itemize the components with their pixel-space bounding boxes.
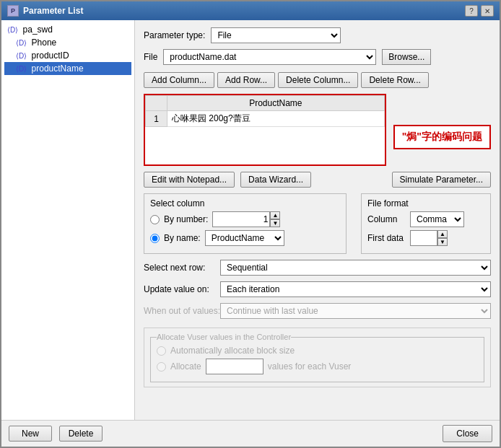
data-wizard-button[interactable]: Data Wizard... (240, 172, 311, 188)
param-type-row: Parameter type: File Random Sequential U… (144, 27, 491, 43)
by-name-row: By name: ProductName (150, 230, 340, 246)
select-next-row: Select next row: Sequential Random Uniqu… (144, 260, 491, 276)
select-column-label: Select column (150, 198, 340, 208)
sidebar-item-label: productID (32, 50, 69, 61)
by-name-radio[interactable] (150, 234, 160, 243)
file-format-section: File format Column Comma Tab Space First… (361, 193, 491, 254)
manual-allocate-radio (157, 362, 166, 372)
sidebar-item-pa_swd[interactable]: ⟨D⟩ pa_swd (4, 23, 131, 36)
update-value-row: Update value on: Each iteration Each occ… (144, 281, 491, 297)
new-button[interactable]: New (9, 426, 52, 442)
param-icon: ⟨D⟩ (16, 39, 27, 47)
spin-up[interactable]: ▲ (270, 211, 280, 219)
close-button[interactable]: Close (443, 425, 492, 442)
column-label: Column (367, 214, 407, 224)
file-format-label: File format (367, 198, 484, 208)
table-wrapper: ProductName 1 心咻果园 200g?蕾豆 "焗"字的编码问题 (144, 94, 491, 166)
titlebar-left: P Parameter List (7, 5, 83, 17)
add-row-button[interactable]: Add Row... (217, 72, 275, 88)
first-data-label: First data (367, 233, 407, 243)
when-out-row: When out of values: Continue with last v… (144, 303, 491, 319)
sidebar-item-label: Phone (32, 38, 57, 48)
param-icon: ⟨D⟩ (16, 52, 27, 60)
data-table-area: ProductName 1 心咻果园 200g?蕾豆 (144, 94, 386, 166)
col-header-num (146, 96, 167, 111)
toolbar-row: Add Column... Add Row... Delete Column..… (144, 72, 491, 88)
manual-allocate-label: Allocate (170, 361, 201, 372)
window-icon: P (7, 5, 19, 17)
file-label: File (144, 52, 157, 62)
spin-down-fd[interactable]: ▼ (437, 238, 448, 246)
content-area: ⟨D⟩ pa_swd ⟨D⟩ Phone ⟨D⟩ productID ⟨D⟩ p… (1, 20, 500, 420)
manual-allocate-suffix: values for each Vuser (268, 361, 352, 372)
sidebar-item-label: productName (32, 63, 84, 74)
by-number-spin: 1 ▲ ▼ (212, 211, 280, 227)
row-cell-productname[interactable]: 心咻果园 200g?蕾豆 (167, 111, 385, 127)
footer: New Delete Close (1, 420, 500, 447)
encoding-annotation: "焗"字的编码问题 (393, 125, 491, 149)
table-row: 1 心咻果园 200g?蕾豆 (146, 111, 385, 127)
when-out-label: When out of values: (144, 306, 216, 316)
first-data-row: First data 1 ▲ ▼ (367, 230, 484, 246)
simulate-button[interactable]: Simulate Parameter... (392, 172, 491, 188)
footer-buttons: New Delete (9, 426, 103, 442)
param-icon: ⟨D⟩ (16, 65, 27, 73)
select-next-row-select[interactable]: Sequential Random Unique (220, 260, 491, 276)
sidebar: ⟨D⟩ pa_swd ⟨D⟩ Phone ⟨D⟩ productID ⟨D⟩ p… (1, 20, 135, 420)
spin-up-fd[interactable]: ▲ (437, 230, 448, 238)
by-number-row: By number: 1 ▲ ▼ (150, 211, 340, 227)
sidebar-item-productname[interactable]: ⟨D⟩ productName (4, 62, 131, 75)
sidebar-item-phone[interactable]: ⟨D⟩ Phone (4, 36, 131, 49)
add-column-button[interactable]: Add Column... (144, 72, 214, 88)
auto-allocate-row: Automatically allocate block size (157, 346, 478, 356)
when-out-select[interactable]: Continue with last value (220, 303, 491, 319)
footer-right: Close (443, 425, 492, 442)
by-number-input[interactable]: 1 (212, 211, 270, 227)
column-format-select[interactable]: Comma Tab Space (410, 211, 464, 227)
by-number-radio[interactable] (150, 215, 160, 224)
param-type-label: Parameter type: (144, 30, 205, 40)
help-button[interactable]: ? (465, 5, 478, 17)
file-row: File productName.dat Browse... (144, 49, 491, 65)
browse-button[interactable]: Browse... (382, 49, 431, 65)
update-value-label: Update value on: (144, 284, 216, 294)
param-icon: ⟨D⟩ (7, 26, 18, 34)
column-format-row: Column Comma Tab Space (367, 211, 484, 227)
by-name-select[interactable]: ProductName (205, 230, 284, 246)
spin-down[interactable]: ▼ (270, 219, 280, 227)
allocate-section: Allocate Vuser values in the Controller … (144, 328, 491, 387)
spin-buttons: ▲ ▼ (270, 211, 280, 227)
file-select[interactable]: productName.dat (163, 49, 376, 65)
update-value-select[interactable]: Each iteration Each occurrence Once (220, 281, 491, 297)
delete-button[interactable]: Delete (59, 426, 103, 442)
by-number-label: By number: (164, 214, 208, 224)
sidebar-item-label: pa_swd (23, 25, 53, 35)
select-next-row-label: Select next row: (144, 263, 216, 273)
delete-column-button[interactable]: Delete Column... (278, 72, 358, 88)
by-name-label: By name: (164, 233, 201, 243)
main-panel: Parameter type: File Random Sequential U… (135, 20, 500, 420)
param-type-select[interactable]: File Random Sequential Unique (211, 27, 341, 43)
parameter-list-window: P Parameter List ? ✕ ⟨D⟩ pa_swd ⟨D⟩ Phon… (0, 0, 501, 448)
window-title: Parameter List (23, 6, 83, 16)
spin-buttons-fd: ▲ ▼ (437, 230, 448, 246)
select-column-section: Select column By number: 1 ▲ ▼ (144, 193, 347, 254)
two-col-section: Select column By number: 1 ▲ ▼ (144, 193, 491, 254)
titlebar-controls: ? ✕ (465, 5, 494, 17)
delete-row-button[interactable]: Delete Row... (361, 72, 428, 88)
auto-allocate-radio (157, 346, 166, 356)
first-data-input[interactable]: 1 (410, 230, 437, 246)
col-header-productname: ProductName (167, 96, 385, 111)
close-titlebar-button[interactable]: ✕ (481, 5, 494, 17)
allocate-legend: Allocate Vuser values in the Controller (157, 333, 291, 341)
first-data-spin: 1 ▲ ▼ (410, 230, 448, 246)
bottom-buttons-row: Edit with Notepad... Data Wizard... Simu… (144, 172, 491, 188)
row-num: 1 (146, 111, 167, 127)
manual-allocate-row: Allocate values for each Vuser (157, 359, 478, 374)
manual-allocate-input (206, 359, 263, 374)
titlebar: P Parameter List ? ✕ (1, 1, 500, 20)
sidebar-item-productid[interactable]: ⟨D⟩ productID (4, 49, 131, 62)
edit-notepad-button[interactable]: Edit with Notepad... (144, 172, 235, 188)
data-table: ProductName 1 心咻果园 200g?蕾豆 (145, 95, 385, 127)
auto-allocate-label: Automatically allocate block size (170, 346, 295, 356)
